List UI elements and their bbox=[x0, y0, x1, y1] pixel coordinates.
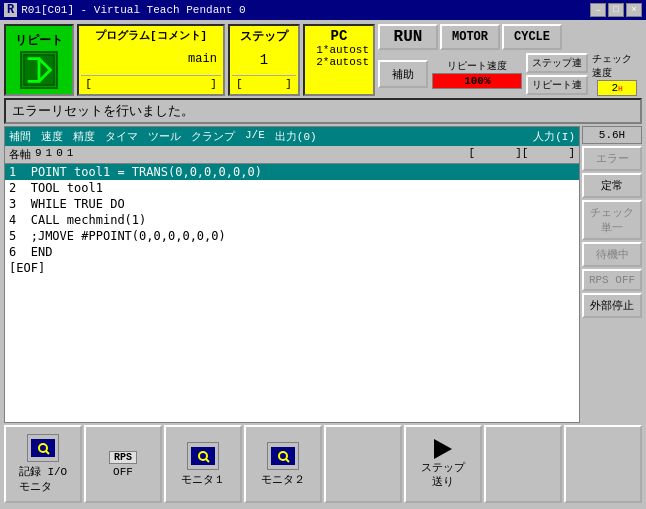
empty-button-1 bbox=[324, 425, 402, 503]
close-button[interactable]: × bbox=[626, 3, 642, 17]
pc-value1: 1*autost bbox=[307, 44, 371, 56]
pc-label: PC bbox=[307, 28, 371, 44]
program-brackets: [ ] bbox=[81, 75, 221, 92]
external-stop-button[interactable]: 外部停止 bbox=[582, 293, 642, 318]
empty-button-2 bbox=[484, 425, 562, 503]
svg-point-5 bbox=[279, 452, 287, 460]
monitor1-button[interactable]: モニタ１ bbox=[164, 425, 242, 503]
maximize-button[interactable]: □ bbox=[608, 3, 624, 17]
svg-point-3 bbox=[199, 452, 207, 460]
step-brackets: [ ] bbox=[232, 75, 296, 92]
step-send-button[interactable]: ステップ送り bbox=[404, 425, 482, 503]
check-speed-label: チェック速度 bbox=[592, 52, 642, 80]
speed-label: リピート速度 bbox=[447, 59, 507, 73]
pc-value2: 2*autost bbox=[307, 56, 371, 68]
monitor1-icon bbox=[187, 442, 219, 470]
standby-button[interactable]: 待機中 bbox=[582, 242, 642, 267]
motor-button[interactable]: MOTOR bbox=[440, 24, 500, 50]
repeat-box: リピート bbox=[4, 24, 74, 96]
step-label: ステップ bbox=[232, 28, 296, 45]
code-line-eof: [EOF] bbox=[5, 260, 579, 276]
rps-off-button[interactable]: RPS OFF bbox=[84, 425, 162, 503]
svg-line-4 bbox=[206, 459, 209, 462]
program-value: main bbox=[81, 43, 221, 75]
record-io-monitor-button[interactable]: 記録 I/Oモニタ bbox=[4, 425, 82, 503]
monitor2-button[interactable]: モニタ２ bbox=[244, 425, 322, 503]
rps-off-button[interactable]: RPS OFF bbox=[582, 269, 642, 291]
repeat-icon bbox=[20, 51, 58, 89]
empty-button-3 bbox=[564, 425, 642, 503]
check-speed-value: 2 H bbox=[597, 80, 637, 96]
code-line-3[interactable]: 3 WHILE TRUE DO bbox=[5, 196, 579, 212]
code-area: 1 POINT tool1 = TRANS(0,0,0,0,0,0) 2 TOO… bbox=[5, 164, 579, 422]
svg-line-2 bbox=[46, 451, 49, 454]
app-icon: R bbox=[4, 3, 17, 17]
monitor2-icon bbox=[267, 442, 299, 470]
monitor1-label: モニタ１ bbox=[181, 472, 225, 487]
hour-count: 5.6H bbox=[582, 126, 642, 144]
rp-chain-button[interactable]: リピート連 bbox=[526, 75, 588, 95]
code-line-4[interactable]: 4 CALL mechmind(1) bbox=[5, 212, 579, 228]
speed-bar: 100% bbox=[432, 73, 522, 89]
program-label: プログラム[コメント] bbox=[81, 28, 221, 43]
speed-value: 100% bbox=[464, 75, 490, 87]
step-send-label: ステップ送り bbox=[421, 461, 465, 490]
window-title: R01[C01] - Virtual Teach Pendant 0 bbox=[21, 4, 245, 16]
error-status-button[interactable]: エラー bbox=[582, 146, 642, 171]
bottom-toolbar: 記録 I/Oモニタ RPS OFF モニタ１ bbox=[4, 425, 642, 505]
run-button[interactable]: RUN bbox=[378, 24, 438, 50]
monitor2-label: モニタ２ bbox=[261, 472, 305, 487]
program-box: プログラム[コメント] main [ ] bbox=[77, 24, 225, 96]
rps-off-label: OFF bbox=[113, 466, 133, 478]
normal-status-button[interactable]: 定常 bbox=[582, 173, 642, 198]
table-sub-header: 各軸 9 1 0 1 [][] bbox=[5, 146, 579, 164]
code-line-2[interactable]: 2 TOOL tool1 bbox=[5, 180, 579, 196]
table-header: 補間 速度 精度 タイマ ツール クランプ J/E 出力(0) 人力(I) bbox=[5, 127, 579, 146]
step-box: ステップ 1 [ ] bbox=[228, 24, 300, 96]
code-line-5[interactable]: 5 ;JMOVE #PPOINT(0,0,0,0,0,0) bbox=[5, 228, 579, 244]
step-value: 1 bbox=[232, 45, 296, 75]
play-icon bbox=[434, 439, 452, 459]
svg-point-1 bbox=[39, 444, 47, 452]
check-single-button[interactable]: チェック単一 bbox=[582, 200, 642, 240]
right-status-panel: 5.6H エラー 定常 チェック単一 待機中 RPS OFF 外部停止 bbox=[582, 126, 642, 423]
code-line-6[interactable]: 6 END bbox=[5, 244, 579, 260]
svg-line-6 bbox=[286, 459, 289, 462]
minimize-button[interactable]: － bbox=[590, 3, 606, 17]
record-monitor-icon bbox=[27, 434, 59, 462]
title-bar: R R01[C01] - Virtual Teach Pendant 0 － □… bbox=[0, 0, 646, 20]
rps-label-icon: RPS bbox=[109, 451, 137, 464]
error-message: エラーリセットを行いました。 bbox=[4, 98, 642, 124]
code-line-1[interactable]: 1 POINT tool1 = TRANS(0,0,0,0,0,0) bbox=[5, 164, 579, 180]
repeat-label: リピート bbox=[15, 32, 63, 49]
step-chain-button[interactable]: ステップ連 bbox=[526, 53, 588, 73]
assist-button[interactable]: 補助 bbox=[378, 60, 428, 88]
cycle-button[interactable]: CYCLE bbox=[502, 24, 562, 50]
record-io-monitor-label: 記録 I/Oモニタ bbox=[19, 464, 67, 494]
pc-box: PC 1*autost 2*autost bbox=[303, 24, 375, 96]
